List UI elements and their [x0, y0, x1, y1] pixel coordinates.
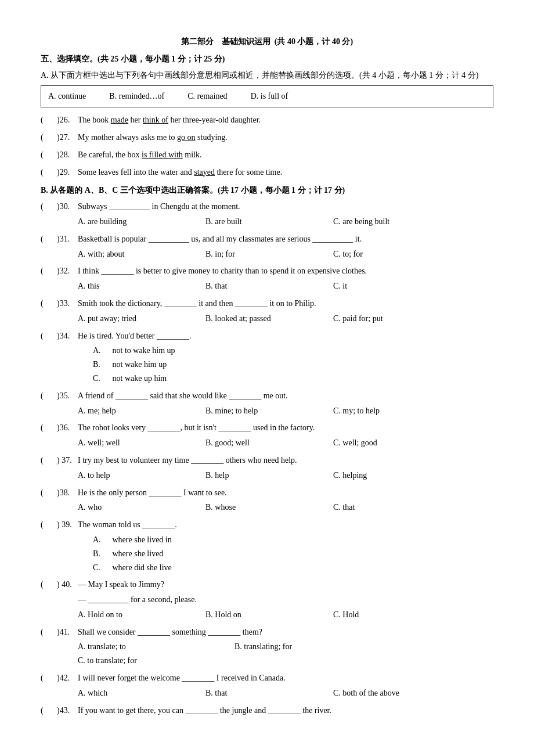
options-33: A. put away; tried B. looked at; passed …: [78, 312, 493, 326]
opt-32-C: C. it: [333, 279, 461, 293]
question-27: ( )27. My mother always asks me to go on…: [41, 131, 493, 145]
opt-32-B: B. that: [205, 279, 333, 293]
qnum-30: )30.: [57, 200, 78, 214]
opt-42-B: B. that: [205, 686, 333, 700]
qnum-35: )35.: [57, 389, 78, 403]
options-37: A. to help B. help C. helping: [78, 469, 493, 483]
opt-38-B: B. whose: [205, 501, 333, 514]
opt-41-B: B. translating; for: [234, 640, 391, 654]
qbody-33: Smith took the dictionary, ________ it a…: [78, 297, 493, 311]
opt-40-C: C. Hold: [333, 608, 461, 622]
paren-42: (: [41, 671, 57, 685]
qnum-29: )29.: [57, 165, 78, 179]
paren-36: (: [41, 421, 57, 435]
options-36: A. well; well B. good; well C. well; goo…: [78, 436, 493, 450]
qbody-31: Basketball is popular __________ us, and…: [78, 232, 493, 246]
qbody-35: A friend of ________ said that she would…: [78, 389, 493, 403]
question-37: ( ) 37. I try my best to volunteer my ti…: [41, 453, 493, 483]
options-30: A. are building B. are built C. are bein…: [78, 215, 493, 229]
question-28: ( )28. Be careful, the box is filled wit…: [41, 148, 493, 162]
qbody-41: Shall we consider ________ something ___…: [78, 625, 493, 639]
options-35: A. me; help B. mine; to help C. my; to h…: [78, 404, 493, 418]
qbody-38: He is the only person ________ I want to…: [78, 486, 493, 500]
question-43: ( )43. If you want to get there, you can…: [41, 704, 493, 718]
opt-33-C: C. paid for; put: [333, 312, 461, 326]
opt-30-B: B. are built: [205, 215, 333, 229]
options-39: A. where she lived in B. where she lived…: [93, 533, 493, 574]
qnum-37: ) 37.: [57, 453, 78, 467]
qnum-41: )41.: [57, 625, 78, 639]
paren-33: (: [41, 297, 57, 311]
opt-30-C: C. are being built: [333, 215, 461, 229]
opt-40-A: A. Hold on to: [78, 608, 205, 622]
opt-39-B: B. where she lived: [93, 547, 493, 561]
qbody-37: I try my best to volunteer my time _____…: [78, 453, 493, 467]
qnum-38: )38.: [57, 486, 78, 500]
qbody-28: Be careful, the box is filled with milk.: [78, 148, 493, 162]
sectionA-title: A. 从下面方框中选出与下列各句中画线部分意思相同或相近，并能替换画线部分的选项…: [41, 69, 493, 82]
opt-37-B: B. help: [205, 469, 333, 483]
opt-33-B: B. looked at; passed: [205, 312, 333, 326]
qnum-33: )33.: [57, 297, 78, 311]
paren-37: (: [41, 453, 57, 467]
qbody-36: The robot looks very ________, but it is…: [78, 421, 493, 435]
opt-41-C: C. to translate; for: [78, 654, 234, 668]
question-34: ( )34. He is tired. You'd better _______…: [41, 329, 493, 386]
option-C: C. remained: [187, 89, 227, 103]
question-30: ( )30. Subways __________ in Chengdu at …: [41, 200, 493, 229]
opt-35-B: B. mine; to help: [205, 404, 333, 418]
options-38: A. who B. whose C. that: [78, 501, 493, 514]
qbody-26: The book made her think of her three-yea…: [78, 113, 493, 127]
opt-37-C: C. helping: [333, 469, 461, 483]
qnum-34: )34.: [57, 329, 78, 343]
options-41: A. translate; to B. translating; for C. …: [78, 640, 493, 668]
options-42: A. which B. that C. both of the above: [78, 686, 493, 700]
question-38: ( )38. He is the only person ________ I …: [41, 486, 493, 515]
opt-41-A: A. translate; to: [78, 640, 234, 654]
option-D: D. is full of: [251, 89, 288, 103]
part-title: 基础知识运用: [222, 37, 270, 46]
paren-38: (: [41, 486, 57, 500]
option-box-A: A. continue B. reminded…of C. remained D…: [41, 85, 493, 107]
opt-40-B: B. Hold on: [205, 608, 333, 622]
qbody-30: Subways __________ in Chengdu at the mom…: [78, 200, 493, 214]
qbody-29: Some leaves fell into the water and stay…: [78, 165, 493, 179]
opt-37-A: A. to help: [78, 469, 205, 483]
section5-title: 五、选择填空。(共 25 小题，每小题 1 分；计 25 分): [41, 52, 493, 66]
part-label: 第二部分: [181, 37, 214, 46]
question-33: ( )33. Smith took the dictionary, ______…: [41, 297, 493, 326]
opt-33-A: A. put away; tried: [78, 312, 205, 326]
paren-41: (: [41, 625, 57, 639]
paren-26: (: [41, 113, 57, 127]
opt-42-A: A. which: [78, 686, 205, 700]
question-40: ( ) 40. — May I speak to Jimmy? — ______…: [41, 578, 493, 621]
opt-30-A: A. are building: [78, 215, 205, 229]
paren-34: (: [41, 329, 57, 343]
opt-31-A: A. with; about: [78, 247, 205, 261]
opt-36-B: B. good; well: [205, 436, 333, 450]
opt-36-C: C. well; good: [333, 436, 461, 450]
opt-39-C: C. where did she live: [93, 561, 493, 575]
part-header: 第二部分 基础知识运用 (共 40 小题，计 40 分): [41, 35, 493, 49]
qnum-27: )27.: [57, 131, 78, 145]
options-40: A. Hold on to B. Hold on C. Hold: [78, 608, 493, 622]
qbody-34: He is tired. You'd better ________.: [78, 329, 493, 343]
question-31: ( )31. Basketball is popular __________ …: [41, 232, 493, 261]
question-42: ( )42. I will never forget the welcome _…: [41, 671, 493, 700]
opt-42-C: C. both of the above: [333, 686, 461, 700]
options-32: A. this B. that C. it: [78, 279, 493, 293]
opt-35-C: C. my; to help: [333, 404, 461, 418]
qnum-36: )36.: [57, 421, 78, 435]
question-39: ( ) 39. The woman told us ________. A. w…: [41, 518, 493, 574]
paren-43: (: [41, 704, 57, 718]
paren-29: (: [41, 165, 57, 179]
option-B: B. reminded…of: [109, 89, 164, 103]
opt-38-A: A. who: [78, 501, 205, 514]
options-31: A. with; about B. in; for C. to; for: [78, 247, 493, 261]
opt-34-A: A. not to wake him up: [93, 344, 493, 358]
paren-28: (: [41, 148, 57, 162]
q40-line2: — __________ for a second, please.: [78, 593, 493, 607]
page-content: 第二部分 基础知识运用 (共 40 小题，计 40 分) 五、选择填空。(共 2…: [41, 35, 493, 717]
opt-34-C: C. not wake up him: [93, 372, 493, 386]
qnum-43: )43.: [57, 704, 78, 718]
